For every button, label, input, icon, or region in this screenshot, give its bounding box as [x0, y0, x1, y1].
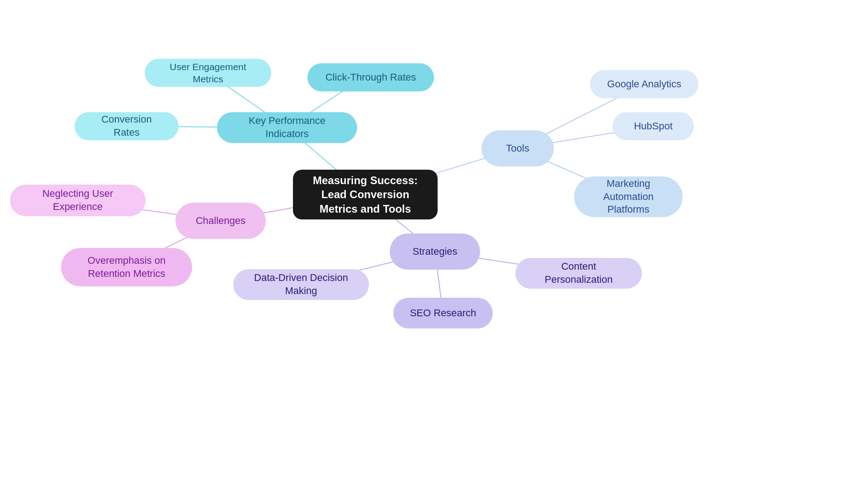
clickthrough-node: Click-Through Rates — [307, 63, 434, 91]
neglecting-node: Neglecting User Experience — [10, 185, 146, 216]
seo-research-node: SEO Research — [393, 298, 493, 328]
strategies-node: Strategies — [390, 233, 480, 270]
google-analytics-node: Google Analytics — [590, 70, 698, 98]
tools-node: Tools — [481, 130, 554, 167]
hubspot-node: HubSpot — [613, 112, 694, 140]
conversion-rates-node: Conversion Rates — [75, 112, 179, 140]
challenges-node: Challenges — [175, 203, 266, 239]
center-node: Measuring Success: Lead Conversion Metri… — [293, 170, 438, 219]
user-engagement-node: User Engagement Metrics — [145, 59, 271, 87]
data-driven-node: Data-Driven Decision Making — [233, 269, 369, 300]
marketing-automation-node: Marketing Automation Platforms — [574, 176, 683, 217]
overemphasis-node: Overemphasis on Retention Metrics — [61, 248, 192, 286]
content-personalization-node: Content Personalization — [515, 258, 642, 289]
kpi-node: Key Performance Indicators — [217, 112, 357, 143]
